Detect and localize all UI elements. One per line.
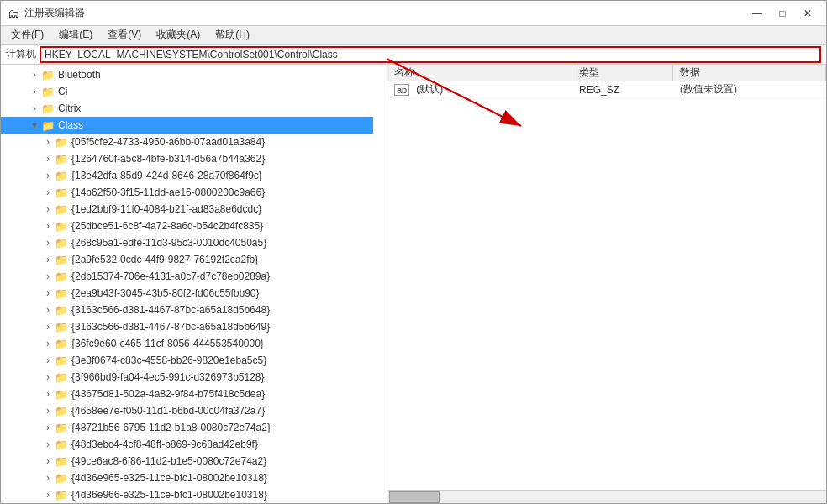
reg-data-cell: (数值未设置) — [673, 81, 826, 98]
tree-item-label: {4d36e965-e325-11ce-bfc1-08002be10318} — [71, 472, 267, 484]
tree-item[interactable]: ›📁{4d36e966-e325-11ce-bfc1-08002be10318} — [1, 486, 373, 503]
tree-expand-icon[interactable]: › — [41, 489, 55, 501]
tree-expand-icon[interactable]: › — [41, 186, 55, 198]
right-header: 名称 类型 数据 — [387, 65, 826, 81]
tree-item-label: {3163c566-d381-4467-87bc-a65a18d5b649} — [71, 321, 270, 333]
tree-expand-icon[interactable]: › — [41, 371, 55, 383]
tree-expand-icon[interactable]: › — [28, 86, 41, 97]
tree-item-label: {1264760f-a5c8-4bfe-b314-d56a7b44a362} — [71, 153, 265, 165]
tree-item-label: Bluetooth — [58, 69, 101, 81]
folder-icon: 📁 — [41, 119, 55, 132]
tree-item-label: {268c95a1-edfe-11d3-95c3-0010dc4050a5} — [71, 237, 266, 249]
tree-expand-icon[interactable]: › — [41, 153, 55, 165]
tree-item[interactable]: ›📁{2ea9b43f-3045-43b5-80f2-fd06c55fbb90} — [1, 285, 373, 302]
tree-item[interactable]: ›📁{2db15374-706e-4131-a0c7-d7c78eb0289a} — [1, 268, 373, 285]
tree-item-label: {48d3ebc4-4cf8-48ff-b869-9c68ad42eb9f} — [71, 438, 258, 450]
tree-expand-icon[interactable]: › — [41, 270, 55, 282]
tree-expand-icon[interactable]: › — [41, 422, 55, 433]
tree-item[interactable]: ›📁{1ed2bbf9-11f0-4084-b21f-ad83a8e6dcdc} — [1, 201, 373, 218]
tree-expand-icon[interactable]: › — [41, 405, 55, 417]
registry-row[interactable]: ab(默认)REG_SZ(数值未设置) — [387, 81, 826, 98]
tree-item[interactable]: ›📁{48d3ebc4-4cf8-48ff-b869-9c68ad42eb9f} — [1, 436, 373, 453]
tree-expand-icon[interactable]: › — [41, 170, 55, 181]
main-content: ›📁Bluetooth›📁Ci›📁Citrix▾📁Class›📁{05f5cfe… — [1, 65, 826, 503]
tree-item-label: {4658ee7e-f050-11d1-b6bd-00c04fa372a7} — [71, 405, 265, 417]
folder-icon: 📁 — [55, 237, 68, 249]
folder-icon: 📁 — [55, 371, 68, 384]
tree-panel[interactable]: ›📁Bluetooth›📁Ci›📁Citrix▾📁Class›📁{05f5cfe… — [1, 65, 387, 503]
tree-item[interactable]: ›📁{4d36e965-e325-11ce-bfc1-08002be10318} — [1, 470, 373, 486]
title-bar-left: 🗂 注册表编辑器 — [8, 6, 85, 20]
tree-item[interactable]: ›📁{268c95a1-edfe-11d3-95c3-0010dc4050a5} — [1, 234, 373, 251]
bottom-scrollbar[interactable] — [387, 490, 826, 503]
tree-expand-icon[interactable]: › — [41, 304, 55, 316]
tree-expand-icon[interactable]: › — [41, 136, 55, 148]
tree-item-label: {25dbce51-6c8f-4a72-8a6d-b54c2b4fc835} — [71, 220, 263, 232]
tree-item[interactable]: ›📁{43675d81-502a-4a82-9f84-b75f418c5dea} — [1, 386, 373, 402]
address-label: 计算机 — [6, 47, 36, 61]
folder-icon: 📁 — [55, 489, 68, 501]
tree-item[interactable]: ›📁{3163c566-d381-4467-87bc-a65a18d5b648} — [1, 302, 373, 318]
tree-expand-icon[interactable]: › — [41, 220, 55, 232]
tree-expand-icon[interactable]: › — [41, 237, 55, 249]
folder-icon: 📁 — [55, 203, 68, 216]
tree-item[interactable]: ›📁{36fc9e60-c465-11cf-8056-444553540000} — [1, 335, 373, 352]
tree-item[interactable]: ›📁{3e3f0674-c83c-4558-bb26-9820e1eba5c5} — [1, 352, 373, 369]
maximize-button[interactable]: □ — [771, 6, 794, 21]
tree-item-label: Citrix — [58, 102, 81, 114]
reg-name-cell: ab(默认) — [387, 81, 572, 98]
tree-item[interactable]: ›📁{4658ee7e-f050-11d1-b6bd-00c04fa372a7} — [1, 402, 373, 419]
tree-expand-icon[interactable]: › — [41, 254, 55, 265]
menu-favorites[interactable]: 收藏夹(A) — [150, 26, 207, 44]
folder-icon: 📁 — [55, 270, 68, 283]
tree-expand-icon[interactable]: › — [41, 287, 55, 299]
tree-item[interactable]: ›📁{13e42dfa-85d9-424d-8646-28a70f864f9c} — [1, 167, 373, 184]
tree-expand-icon[interactable]: › — [41, 472, 55, 484]
folder-icon: 📁 — [55, 472, 68, 485]
folder-icon: 📁 — [55, 455, 68, 468]
tree-expand-icon[interactable]: › — [41, 203, 55, 215]
close-button[interactable]: ✕ — [796, 6, 819, 21]
tree-expand-icon[interactable]: › — [41, 388, 55, 400]
tree-item[interactable]: ›📁{2a9fe532-0cdc-44f9-9827-76192f2ca2fb} — [1, 251, 373, 268]
minimize-button[interactable]: — — [745, 6, 769, 21]
folder-icon: 📁 — [55, 304, 68, 317]
menu-edit[interactable]: 编辑(E) — [52, 26, 99, 44]
menu-help[interactable]: 帮助(H) — [208, 26, 256, 44]
tree-item[interactable]: ›📁{05f5cfe2-4733-4950-a6bb-07aad01a3a84} — [1, 134, 373, 150]
tree-item-label: {48721b56-6795-11d2-b1a8-0080c72e74a2} — [71, 422, 271, 433]
tree-item[interactable]: ›📁Bluetooth — [1, 66, 373, 83]
tree-item[interactable]: ›📁{3f966bd9-fa04-4ec5-991c-d326973b5128} — [1, 369, 373, 386]
tree-item[interactable]: ▾📁Class — [1, 117, 373, 134]
tree-item[interactable]: ›📁{49ce6ac8-6f86-11d2-b1e5-0080c72e74a2} — [1, 453, 373, 470]
folder-icon: 📁 — [55, 254, 68, 266]
address-input[interactable] — [40, 46, 821, 63]
tree-item[interactable]: ›📁{3163c566-d381-4467-87bc-a65a18d5b649} — [1, 318, 373, 335]
col-header-data: 数据 — [673, 65, 826, 81]
tree-expand-icon[interactable]: › — [41, 338, 55, 349]
menu-file[interactable]: 文件(F) — [4, 26, 50, 44]
tree-item[interactable]: ›📁{14b62f50-3f15-11dd-ae16-0800200c9a66} — [1, 184, 373, 201]
tree-expand-icon[interactable]: › — [41, 438, 55, 450]
tree-expand-icon[interactable]: › — [28, 69, 41, 81]
tree-item[interactable]: ›📁Ci — [1, 83, 373, 100]
tree-item[interactable]: ›📁{1264760f-a5c8-4bfe-b314-d56a7b44a362} — [1, 150, 373, 167]
menu-view[interactable]: 查看(V) — [101, 26, 148, 44]
folder-icon: 📁 — [55, 153, 68, 165]
folder-icon: 📁 — [55, 354, 68, 367]
tree-expand-icon[interactable]: › — [41, 455, 55, 467]
horizontal-scrollbar-thumb[interactable] — [389, 491, 440, 503]
tree-expand-icon[interactable]: › — [41, 354, 55, 366]
reg-type-cell: REG_SZ — [572, 82, 673, 97]
tree-item[interactable]: ›📁{25dbce51-6c8f-4a72-8a6d-b54c2b4fc835} — [1, 218, 373, 234]
tree-item-label: {05f5cfe2-4733-4950-a6bb-07aad01a3a84} — [71, 136, 265, 148]
tree-item[interactable]: ›📁{48721b56-6795-11d2-b1a8-0080c72e74a2} — [1, 419, 373, 436]
tree-item-label: {13e42dfa-85d9-424d-8646-28a70f864f9c} — [71, 170, 262, 181]
col-header-name: 名称 — [387, 65, 572, 81]
tree-item-label: {43675d81-502a-4a82-9f84-b75f418c5dea} — [71, 388, 265, 400]
folder-icon: 📁 — [55, 170, 68, 182]
tree-expand-icon[interactable]: ▾ — [28, 119, 41, 131]
tree-expand-icon[interactable]: › — [41, 321, 55, 333]
tree-item[interactable]: ›📁Citrix — [1, 100, 373, 117]
tree-expand-icon[interactable]: › — [28, 102, 41, 114]
